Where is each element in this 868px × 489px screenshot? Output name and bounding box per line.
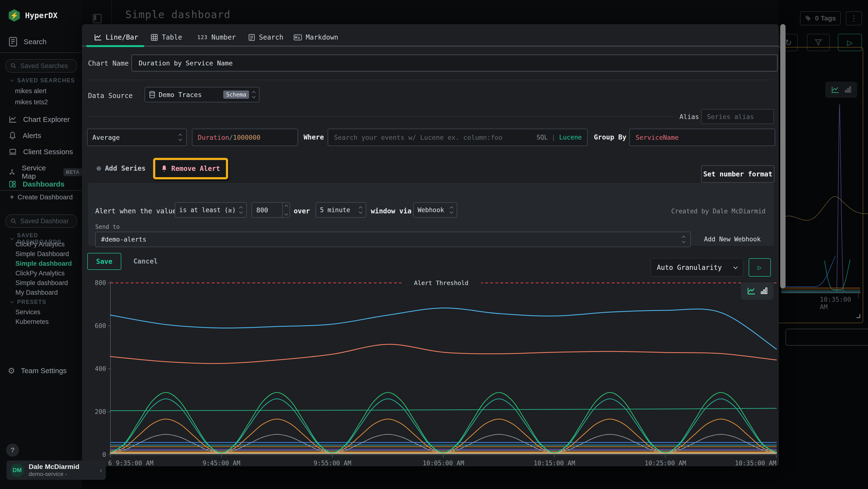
- svg-text:10:15:00 AM: 10:15:00 AM: [534, 460, 575, 467]
- chart-type-toggle[interactable]: [741, 282, 774, 300]
- expr-operator: /: [229, 134, 233, 141]
- save-button[interactable]: Save: [87, 253, 121, 270]
- tab-underline-active: [86, 45, 144, 47]
- data-source-value: Demo Traces: [159, 91, 220, 98]
- saved-search-item[interactable]: mikes tets2: [15, 98, 48, 106]
- sidebar-item-alerts[interactable]: Alerts: [9, 132, 41, 140]
- select-chevrons-icon: [359, 207, 362, 213]
- alert-window-select[interactable]: 5 minute: [316, 202, 366, 218]
- tab-markdown[interactable]: Markdown: [294, 33, 338, 41]
- sql-mode-toggle[interactable]: SQL | Lucene: [536, 134, 582, 141]
- chevron-down-icon: [733, 264, 738, 269]
- expr-field: Duration: [198, 134, 229, 141]
- line-chart-icon[interactable]: [747, 287, 756, 295]
- alert-panel: Alert when the value is at least (≥) ove…: [88, 183, 774, 246]
- play-icon: ▷: [758, 264, 762, 271]
- data-source-select[interactable]: Demo Traces Schema: [145, 87, 259, 102]
- tab-search[interactable]: Search: [248, 33, 283, 41]
- cancel-button[interactable]: Cancel: [133, 257, 158, 265]
- alert-channel-select[interactable]: Webhook: [413, 202, 457, 218]
- sidebar-item-service-map[interactable]: Service Map BETA: [9, 164, 82, 180]
- hyperdx-logo-icon: ⚡: [9, 9, 20, 22]
- dashboard-item-active[interactable]: Simple dashboard: [16, 260, 72, 267]
- sidebar-item-dashboards[interactable]: Dashboards: [9, 180, 64, 188]
- modal-scrollbar[interactable]: [780, 24, 785, 288]
- saved-searches-input[interactable]: [5, 59, 77, 73]
- plus-icon: +: [10, 193, 14, 202]
- alert-threshold-input[interactable]: [251, 202, 290, 218]
- number-stepper[interactable]: [282, 203, 289, 217]
- select-chevrons-icon: [682, 236, 685, 242]
- select-chevrons-icon: [252, 91, 255, 98]
- dashboard-item[interactable]: Simple dashboard: [16, 279, 68, 287]
- presets-header[interactable]: PRESETS: [17, 299, 46, 305]
- search-doc-icon: [9, 37, 18, 47]
- alias-input[interactable]: [701, 109, 774, 124]
- svg-text:800: 800: [95, 279, 106, 287]
- tab-line-bar[interactable]: Line/Bar: [94, 33, 138, 41]
- brand-name: HyperDX: [25, 11, 58, 20]
- service-map-icon: [9, 168, 16, 176]
- alert-condition-select[interactable]: is at least (≥): [175, 202, 247, 218]
- chart-name-input[interactable]: [131, 55, 778, 71]
- beta-badge: BETA: [63, 168, 82, 176]
- add-new-webhook-button[interactable]: Add New Webhook: [704, 236, 761, 243]
- page-title: Simple dashboard: [125, 9, 231, 21]
- saved-search-item[interactable]: mikes alert: [15, 87, 46, 95]
- svg-text:10:25:00 AM: 10:25:00 AM: [645, 460, 686, 467]
- send-to-select[interactable]: #demo-alerts: [95, 232, 691, 247]
- next-tile-border: [785, 329, 868, 346]
- saved-dashboards-input[interactable]: [5, 214, 77, 228]
- saved-searches-header[interactable]: SAVED SEARCHES: [17, 77, 75, 84]
- user-card[interactable]: DM Dale McDiarmid demo-service - ›: [6, 461, 106, 480]
- sidebar: ⚡ HyperDX Search SAVED SEARCHES mikes al…: [0, 0, 82, 489]
- background-axis-timestamp: 10:35:00 AM: [820, 296, 861, 311]
- group-by-input[interactable]: ServiceName: [629, 128, 775, 146]
- bell-icon: [9, 132, 17, 140]
- select-chevrons-icon: [179, 134, 182, 141]
- dashboard-item[interactable]: ClickPy Analytics: [16, 241, 65, 248]
- sidebar-item-chart-explorer[interactable]: Chart Explorer: [9, 115, 70, 123]
- chevron-down-icon[interactable]: [10, 78, 14, 82]
- chevron-down-icon[interactable]: [10, 299, 14, 304]
- chart-name-label: Chart Name: [88, 59, 129, 67]
- svg-text:200: 200: [95, 408, 106, 415]
- field-expression-input[interactable]: Duration/1000000: [192, 128, 298, 146]
- where-input[interactable]: SQL | Lucene: [328, 128, 588, 146]
- edit-chart-modal: Line/Bar Table 123 Number Search Markdow…: [82, 24, 779, 466]
- chevron-down-icon[interactable]: [10, 236, 14, 240]
- granularity-select[interactable]: Auto Granularity: [651, 258, 743, 277]
- dashboard-item[interactable]: ClickPy Analytics: [16, 269, 65, 277]
- create-dashboard-button[interactable]: + Create Dashboard: [10, 193, 73, 202]
- duration-chart[interactable]: 0200400600800Nov 6 9:35:00 AM9:45:00 AM9…: [84, 275, 779, 473]
- dashboard-item[interactable]: Simple Dashboard: [16, 250, 69, 258]
- resize-handle-icon[interactable]: [857, 314, 860, 318]
- annotation-highlight-box: Remove Alert: [153, 158, 228, 179]
- preset-item[interactable]: Services: [16, 309, 40, 316]
- search-icon: [10, 62, 17, 69]
- tab-number[interactable]: 123 Number: [197, 33, 236, 41]
- chart-run-button[interactable]: ▷: [749, 258, 771, 277]
- svg-text:600: 600: [95, 322, 106, 329]
- sidebar-item-team-settings[interactable]: ⚙ Team Settings: [8, 366, 67, 376]
- created-by-label: Created by Dale McDiarmid: [671, 207, 766, 215]
- aggregation-select[interactable]: Average: [87, 128, 187, 146]
- schema-badge: Schema: [223, 90, 249, 99]
- help-button[interactable]: ?: [6, 443, 19, 457]
- add-series-button[interactable]: ⊕ Add Series: [96, 164, 146, 173]
- svg-text:400: 400: [95, 365, 106, 372]
- alias-label: Alias: [679, 113, 699, 120]
- tab-table[interactable]: Table: [151, 33, 182, 41]
- preset-item[interactable]: Kubernetes: [16, 318, 49, 325]
- set-number-format-button[interactable]: Set number format: [701, 165, 774, 183]
- bar-chart-icon[interactable]: [761, 287, 768, 295]
- tab-underline-track: [82, 46, 779, 47]
- sidebar-item-label: Search: [24, 38, 46, 46]
- gear-icon: ⚙: [8, 366, 15, 376]
- sidebar-item-search[interactable]: Search: [9, 37, 46, 47]
- line-chart-icon: [94, 34, 102, 41]
- remove-alert-button[interactable]: Remove Alert: [155, 160, 226, 177]
- collapse-sidebar-icon[interactable]: [93, 14, 101, 23]
- dashboard-item[interactable]: My Dashboard: [16, 289, 58, 296]
- sidebar-item-client-sessions[interactable]: Client Sessions: [9, 148, 73, 156]
